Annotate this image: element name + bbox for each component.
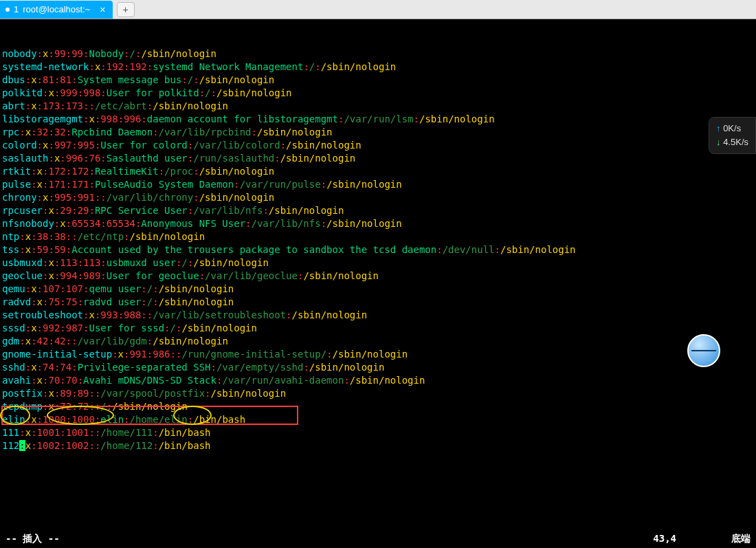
passwd-line: elin:x:1000:1000:elin:/home/elin:/bin/ba… [2, 413, 754, 426]
passwd-line: polkitd:x:999:998:User for polkitd:/:/sb… [2, 87, 754, 100]
status-dot-icon [5, 8, 10, 12]
passwd-line: chrony:x:995:991::/var/lib/chrony:/sbin/… [2, 191, 754, 204]
passwd-line: systemd-network:x:192:192:systemd Networ… [2, 61, 754, 74]
passwd-line: setroubleshoot:x:993:988::/var/lib/setro… [2, 309, 754, 322]
passwd-line: usbmuxd:x:113:113:usbmuxd user:/:/sbin/n… [2, 256, 754, 270]
passwd-line: sssd:x:992:987:User for sssd:/:/sbin/nol… [2, 322, 754, 335]
passwd-line: geoclue:x:994:989:User for geoclue:/var/… [2, 270, 754, 283]
passwd-line: dbus:x:81:81:System message bus:/:/sbin/… [2, 74, 754, 87]
terminal[interactable]: nobody:x:99:99:Nobody:/:/sbin/nologinsys… [0, 19, 756, 548]
passwd-line: avahi:x:70:70:Avahi mDNS/DNS-SD Stack:/v… [2, 374, 754, 387]
passwd-line: nfsnobody:x:65534:65534:Anonymous NFS Us… [2, 217, 754, 230]
tab-bar: 1 root@localhost:~ × + [0, 0, 756, 19]
passwd-line: nobody:x:99:99:Nobody:/:/sbin/nologin [2, 47, 754, 61]
passwd-line: 112:x:1002:1002::/home/112:/bin/bash [2, 439, 754, 452]
passwd-line: saslauth:x:996:76:Saslauthd user:/run/sa… [2, 152, 754, 165]
vim-mode: -- 插入 -- [5, 532, 60, 545]
vim-cursor-pos: 43,4 [653, 532, 676, 545]
new-tab-button[interactable]: + [117, 2, 135, 17]
passwd-line: gdm:x:42:42::/var/lib/gdm:/sbin/nologin [2, 335, 754, 348]
passwd-line: libstoragemgmt:x:998:996:daemon account … [2, 113, 754, 126]
network-speed-widget: 0K/s 4.5K/s [709, 117, 756, 154]
tab-index: 1 [14, 4, 19, 14]
tab-title: root@localhost:~ [23, 4, 90, 14]
passwd-line: rtkit:x:172:172:RealtimeKit:/proc:/sbin/… [2, 165, 754, 178]
passwd-line: sshd:x:74:74:Privilege-separated SSH:/va… [2, 361, 754, 374]
passwd-line: abrt:x:173:173::/etc/abrt:/sbin/nologin [2, 100, 754, 113]
vim-scroll-pos: 底端 [731, 532, 751, 545]
tab-active[interactable]: 1 root@localhost:~ × [0, 1, 113, 19]
download-speed: 4.5K/s [716, 135, 748, 149]
passwd-line: postfix:x:89:89::/var/spool/postfix:/sbi… [2, 387, 754, 400]
passwd-line: rpcuser:x:29:29:RPC Service User:/var/li… [2, 204, 754, 217]
close-icon[interactable]: × [100, 4, 105, 15]
passwd-line: gnome-initial-setup:x:991:986::/run/gnom… [2, 348, 754, 361]
compass-icon[interactable] [687, 334, 720, 367]
terminal-output: nobody:x:99:99:Nobody:/:/sbin/nologinsys… [2, 47, 754, 452]
upload-speed: 0K/s [716, 122, 748, 135]
passwd-line: qemu:x:107:107:qemu user:/:/sbin/nologin [2, 283, 754, 296]
passwd-line: rpc:x:32:32:Rpcbind Daemon:/var/lib/rpcb… [2, 126, 754, 139]
passwd-line: 111:x:1001:1001::/home/111:/bin/bash [2, 426, 754, 439]
passwd-line: pulse:x:171:171:PulseAudio System Daemon… [2, 178, 754, 191]
vim-status-line: -- 插入 -- 43,4 底端 [0, 532, 756, 545]
passwd-line: tcpdump:x:72:72::/:/sbin/nologin [2, 400, 754, 413]
passwd-line: ntp:x:38:38::/etc/ntp:/sbin/nologin [2, 230, 754, 243]
passwd-line: radvd:x:75:75:radvd user:/:/sbin/nologin [2, 296, 754, 309]
passwd-line: tss:x:59:59:Account used by the trousers… [2, 243, 754, 256]
passwd-line: colord:x:997:995:User for colord:/var/li… [2, 139, 754, 152]
